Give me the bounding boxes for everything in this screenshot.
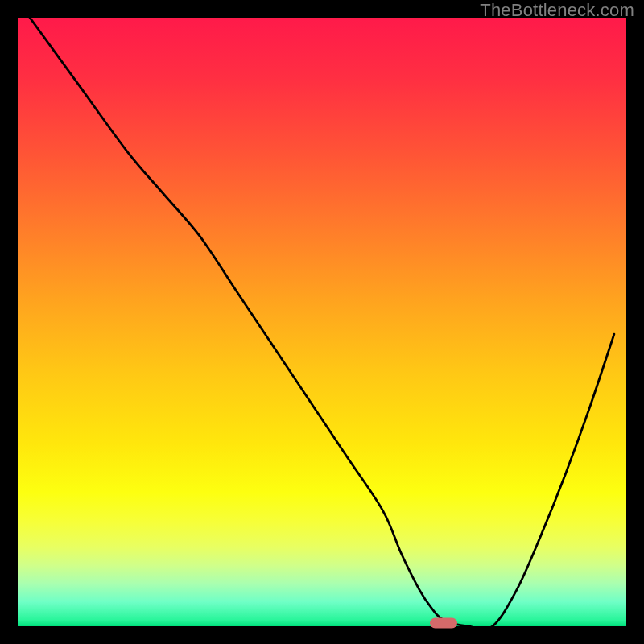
optimal-marker <box>430 618 457 629</box>
curve-svg <box>18 18 626 626</box>
bottleneck-curve-path <box>30 18 614 626</box>
bottleneck-chart: TheBottleneck.com <box>0 0 644 644</box>
plot-area <box>18 18 626 626</box>
